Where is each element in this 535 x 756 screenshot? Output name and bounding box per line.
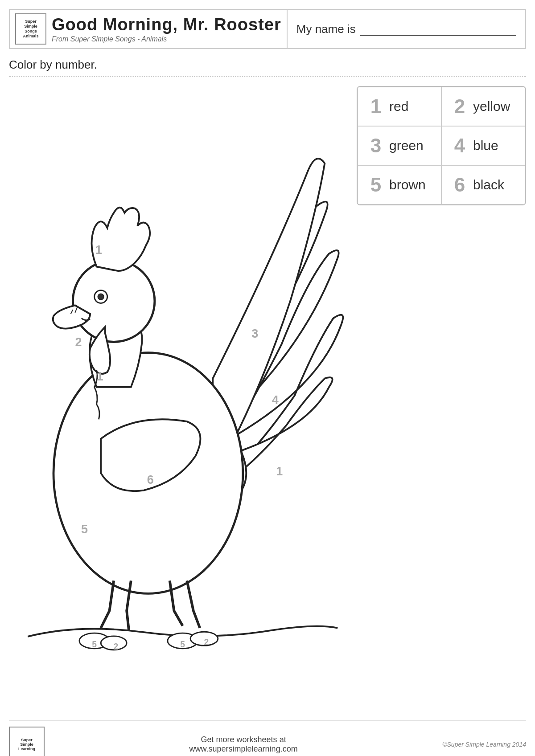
legend-number-4: 4 (451, 135, 469, 157)
main-content: 1 2 1 3 4 1 6 5 5 2 5 2 (9, 86, 526, 711)
instruction-text: Color by number. (9, 56, 526, 77)
legend-number-2: 2 (451, 95, 469, 118)
footer-logo-text: SuperSimpleLearning (18, 738, 35, 751)
footer-logo: SuperSimpleLearning (9, 727, 45, 756)
label-4-tail: 4 (272, 393, 279, 407)
footer: SuperSimpleLearning Get more worksheets … (9, 720, 526, 756)
label-2-rightfoot2: 2 (204, 637, 209, 647)
footer-line1: Get more worksheets at (189, 735, 298, 744)
title-group: Good Morning, Mr. Rooster From Super Sim… (52, 15, 281, 43)
svg-point-3 (98, 294, 104, 300)
legend-color-black: black (473, 177, 504, 192)
name-prompt: My name is (296, 22, 356, 36)
label-5-body: 5 (81, 523, 88, 536)
label-1-comb: 1 (95, 243, 102, 257)
label-5-leftfoot1: 5 (92, 640, 97, 649)
footer-copyright: ©Super Simple Learning 2014 (442, 741, 526, 748)
legend-cell-4: 4 blue (441, 126, 525, 165)
legend-color-red: red (389, 99, 408, 114)
legend-color-brown: brown (389, 177, 426, 192)
legend-color-yellow: yellow (473, 99, 510, 114)
legend-number-6: 6 (451, 174, 469, 196)
svg-point-1 (73, 260, 154, 342)
label-5-rightfoot1: 5 (180, 640, 185, 649)
legend-number-3: 3 (367, 135, 385, 157)
footer-line2: www.supersimplelearning.com (189, 744, 298, 754)
legend-grid: 1 red 2 yellow 3 green 4 blue 5 brown (358, 87, 525, 204)
legend-number-1: 1 (367, 95, 385, 118)
header-left: SuperSimpleSongsAnimals Good Morning, Mr… (10, 10, 288, 48)
rooster-drawing: 1 2 1 3 4 1 6 5 5 2 5 2 (9, 86, 348, 710)
legend-number-5: 5 (367, 174, 385, 196)
logo-box: SuperSimpleSongsAnimals (15, 13, 46, 45)
name-input-line[interactable] (360, 22, 516, 36)
legend-cell-5: 5 brown (358, 165, 441, 204)
label-6-body: 6 (147, 473, 154, 486)
logo-text: SuperSimpleSongsAnimals (23, 19, 38, 38)
page: SuperSimpleSongsAnimals Good Morning, Mr… (0, 0, 535, 756)
label-1-tail: 1 (276, 465, 283, 478)
label-1-chest: 1 (97, 370, 103, 383)
legend-cell-6: 6 black (441, 165, 525, 204)
color-legend: 1 red 2 yellow 3 green 4 blue 5 brown (357, 86, 526, 205)
label-3-tail: 3 (251, 327, 258, 340)
label-2-beak: 2 (75, 335, 82, 349)
legend-color-blue: blue (473, 138, 498, 153)
legend-cell-2: 2 yellow (441, 87, 525, 126)
label-2-leftfoot2: 2 (114, 642, 119, 651)
footer-center: Get more worksheets at www.supersimplele… (189, 735, 298, 754)
subtitle: From Super Simple Songs - Animals (52, 35, 281, 43)
header-right: My name is (288, 10, 525, 48)
legend-color-green: green (389, 138, 424, 153)
header: SuperSimpleSongsAnimals Good Morning, Mr… (9, 9, 526, 49)
legend-cell-3: 3 green (358, 126, 441, 165)
main-title: Good Morning, Mr. Rooster (52, 15, 281, 34)
legend-cell-1: 1 red (358, 87, 441, 126)
